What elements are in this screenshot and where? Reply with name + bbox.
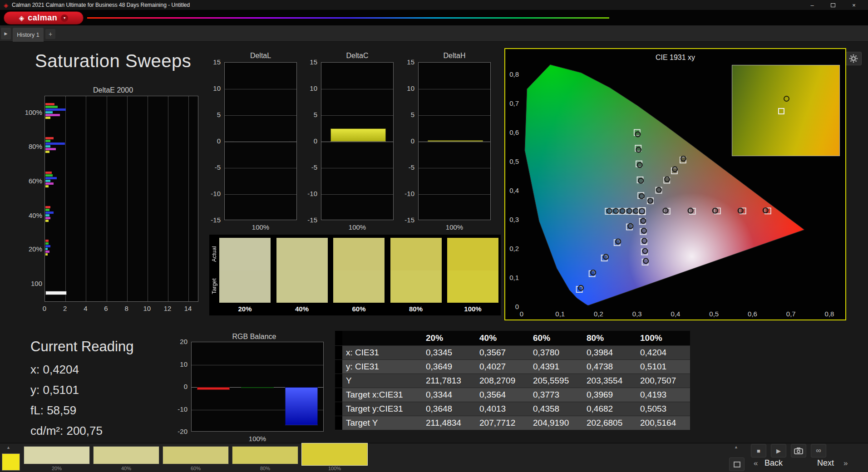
rainbow-divider [87,17,609,19]
pattern-window-button[interactable] [729,457,745,471]
cie-measured-circle [681,156,686,161]
next-chevrons-icon[interactable]: » [843,459,848,468]
pattern-swatch-40%[interactable] [93,446,159,464]
rgb-y-tick: -10 [168,405,187,413]
pattern-swatch-60%[interactable] [163,446,229,464]
table-cell: 200,5164 [636,416,690,430]
tab-history-1[interactable]: History 1 [13,28,44,42]
close-button[interactable]: × [843,0,864,10]
continuous-loop-button[interactable]: ∞ [811,444,826,457]
swatch-label: 100% [447,305,498,313]
delta-y-tick: 10 [395,84,414,92]
deltae-bar [45,174,53,177]
current-pattern-color-swatch [2,453,20,471]
maximize-button[interactable] [823,0,843,10]
cie-measured-circle [642,238,647,243]
cie-measured-circle [763,208,768,213]
table-row-label: y: CIE31 [342,360,422,374]
settings-gear-button[interactable] [845,52,862,65]
table-cell: 0,3567 [476,346,529,360]
cie-measured-circle [628,224,633,229]
deltae-bar-white [45,291,67,295]
cie-x-tick: 0,3 [632,310,642,318]
deltae-bar [45,117,50,119]
table-cell: 0,5101 [636,360,690,374]
next-button[interactable]: Next [817,458,834,468]
delta-bar [428,140,483,142]
delta-y-tick: 15 [201,58,221,66]
table-cell: 205,5595 [529,374,583,388]
delta-y-tick: 5 [201,111,221,118]
stop-button[interactable]: ■ [751,444,766,457]
back-button[interactable]: Back [764,458,783,468]
cie-measured-circle [663,208,668,213]
chevron-up-icon[interactable]: ▲ [6,445,10,450]
swatch-column [219,238,271,303]
table-cell: 211,4834 [422,416,476,430]
delta-bar [330,128,386,142]
pattern-swatch-100%[interactable] [301,443,368,466]
table-row-label: Target x:CIE31 [342,388,422,402]
deltae-x-tick: 10 [139,305,155,312]
delta-y-tick: 15 [395,58,414,66]
cie-y-tick: 0,7 [509,99,519,107]
swatch-column [276,238,328,303]
deltae-bar [45,182,54,185]
target-row-label: Target [211,270,218,303]
deltae-bar [45,177,57,179]
back-chevrons-icon[interactable]: « [754,459,758,468]
cie-measured-circle [643,258,648,263]
rgb-y-tick: 0 [168,383,187,390]
target-swatch [219,270,271,303]
pattern-swatch-80%[interactable] [232,446,298,464]
gridline [419,115,490,116]
cie-measured-circle [641,228,646,233]
deltae-bar [45,240,49,242]
maximize-icon [831,3,835,7]
cie-measured-circle [603,254,608,259]
delta-chart-title: DeltaH [409,52,500,60]
gridline [419,89,490,89]
add-tab-button[interactable]: + [45,29,55,39]
tab-scroll-button[interactable]: ▶ [1,28,11,39]
swatch-label: 80% [390,305,442,313]
play-button[interactable]: ▶ [771,444,786,457]
delta-chart-deltac [321,62,394,220]
rgb-y-tick: -20 [168,428,187,435]
delta-y-tick: 0 [201,137,221,145]
target-swatch [447,270,498,303]
delta-chart-deltah [418,62,491,220]
gridline [225,168,296,168]
target-swatch [276,270,328,303]
rgb-bar-blue [285,387,318,425]
deltae-bar [45,185,49,187]
table-row-strip [335,346,342,360]
gridline [419,142,490,142]
deltae-bar [45,145,50,148]
cie-measured-circle [672,167,677,172]
gear-icon [849,54,858,63]
gridline [321,168,393,168]
rgb-balance-title: RGB Balance [195,333,313,341]
actual-swatch [219,238,271,270]
minimize-button[interactable]: – [802,0,823,10]
table-header-cell: 60% [529,331,583,346]
pattern-swatch-20%[interactable] [24,446,90,464]
deltae-bar [45,103,54,105]
chevron-up-icon[interactable]: ▲ [734,445,738,449]
cie-measured-circle [641,218,646,223]
cie-x-tick: 0,4 [671,310,681,318]
table-cell: 0,3648 [422,402,476,416]
capture-button[interactable] [791,444,806,457]
pattern-swatch-label: 40% [93,466,159,471]
gridline [225,115,296,116]
calman-menu-button[interactable]: ◈ calman ▼ [4,11,84,25]
delta-y-tick: 0 [395,137,414,145]
cie-measured-circle [635,132,640,137]
delta-x-label: 100% [321,223,394,231]
chevron-down-icon: ▼ [61,15,68,22]
page-title: Saturation Sweeps [35,51,191,71]
table-cell: 0,4193 [636,388,690,402]
deltae-bar [45,137,54,139]
delta-y-tick: -5 [201,163,221,171]
